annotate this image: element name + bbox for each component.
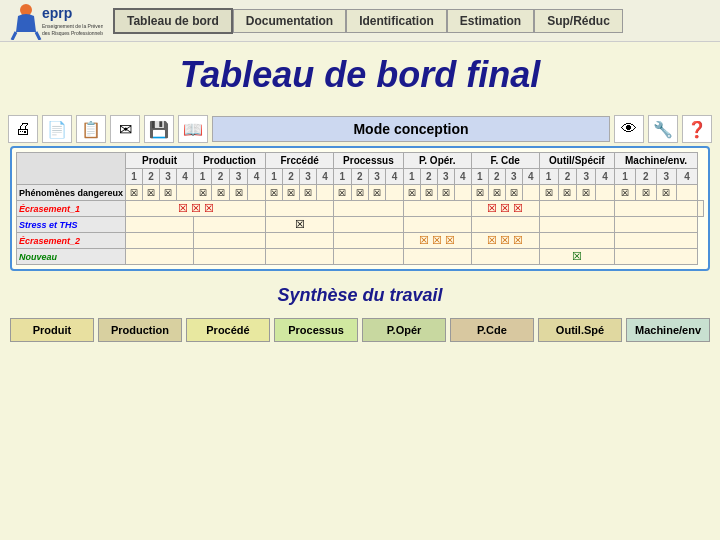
email-icon[interactable]: ✉ bbox=[110, 115, 140, 143]
data-cell[interactable]: ☒ bbox=[334, 185, 351, 201]
data-cell[interactable] bbox=[454, 185, 471, 201]
data-cell[interactable] bbox=[471, 249, 539, 265]
data-cell[interactable]: ☒ bbox=[615, 185, 636, 201]
data-cell[interactable]: ☒ bbox=[471, 185, 488, 201]
top-navigation: eprp Enseignement de la Prévention des R… bbox=[0, 0, 720, 42]
tab-identification[interactable]: Identification bbox=[346, 9, 447, 33]
data-cell[interactable]: ☒ ☒ ☒ bbox=[471, 233, 539, 249]
tab-tableau-de-bord[interactable]: Tableau de bord bbox=[113, 8, 233, 34]
data-cell[interactable] bbox=[334, 249, 404, 265]
data-cell[interactable] bbox=[126, 233, 194, 249]
tab-sup-reduc[interactable]: Sup/Réduc bbox=[534, 9, 623, 33]
data-cell[interactable]: ☒ bbox=[283, 185, 300, 201]
data-cell[interactable]: ☒ bbox=[403, 185, 420, 201]
data-cell[interactable]: ☒ bbox=[539, 249, 614, 265]
tab-documentation[interactable]: Documentation bbox=[233, 9, 346, 33]
data-cell[interactable] bbox=[177, 185, 194, 201]
synthese-label: Synthèse du travail bbox=[0, 285, 720, 306]
book-icon[interactable]: 📖 bbox=[178, 115, 208, 143]
sub-col: 3 bbox=[368, 169, 385, 185]
data-cell[interactable] bbox=[386, 185, 403, 201]
data-cell[interactable]: ☒ bbox=[539, 185, 558, 201]
data-cell[interactable] bbox=[471, 217, 539, 233]
clipboard-icon[interactable]: 📋 bbox=[76, 115, 106, 143]
data-cell[interactable]: ☒ bbox=[656, 185, 677, 201]
data-cell[interactable]: ☒ bbox=[437, 185, 454, 201]
row-label-stress: Stress et THS bbox=[17, 217, 126, 233]
data-cell[interactable]: ☒ bbox=[160, 185, 177, 201]
data-cell[interactable] bbox=[615, 233, 698, 249]
data-cell[interactable] bbox=[403, 217, 471, 233]
data-cell[interactable] bbox=[615, 249, 698, 265]
data-cell[interactable] bbox=[194, 249, 266, 265]
data-cell-span[interactable] bbox=[266, 201, 334, 217]
data-cell-span[interactable] bbox=[334, 201, 404, 217]
data-cell[interactable]: ☒ bbox=[194, 185, 212, 201]
data-cell[interactable] bbox=[539, 217, 614, 233]
data-cell[interactable] bbox=[615, 217, 698, 233]
data-cell-span[interactable] bbox=[615, 201, 698, 217]
data-cell-span[interactable] bbox=[539, 201, 614, 217]
data-cell[interactable]: ☒ bbox=[558, 185, 577, 201]
data-cell-span[interactable] bbox=[698, 201, 704, 217]
data-cell[interactable]: ☒ bbox=[420, 185, 437, 201]
sub-col: 4 bbox=[677, 169, 698, 185]
sub-col: 2 bbox=[420, 169, 437, 185]
data-cell-span[interactable] bbox=[403, 201, 471, 217]
data-cell[interactable]: ☒ bbox=[266, 185, 283, 201]
logo-area: eprp Enseignement de la Prévention des R… bbox=[8, 2, 103, 40]
eye-icon[interactable]: 👁 bbox=[614, 115, 644, 143]
data-cell[interactable]: ☒ bbox=[300, 185, 317, 201]
data-cell[interactable]: ☒ bbox=[505, 185, 522, 201]
data-cell-span[interactable]: ☒ ☒ ☒ bbox=[471, 201, 539, 217]
data-cell[interactable] bbox=[334, 217, 404, 233]
data-cell[interactable] bbox=[126, 249, 194, 265]
data-cell[interactable] bbox=[266, 249, 334, 265]
gear-icon[interactable]: 🔧 bbox=[648, 115, 678, 143]
data-cell[interactable] bbox=[596, 185, 615, 201]
table-row: Écrasement_1 ☒ ☒ ☒ ☒ ☒ ☒ bbox=[17, 201, 704, 217]
data-cell[interactable] bbox=[403, 249, 471, 265]
tab-estimation[interactable]: Estimation bbox=[447, 9, 534, 33]
data-cell[interactable]: ☒ bbox=[577, 185, 596, 201]
col-processus: Processus bbox=[334, 153, 404, 169]
help-icon[interactable]: ❓ bbox=[682, 115, 712, 143]
data-cell[interactable]: ☒ bbox=[126, 185, 143, 201]
tag-procede[interactable]: Procédé bbox=[186, 318, 270, 342]
data-cell-span[interactable]: ☒ ☒ ☒ bbox=[126, 201, 266, 217]
tag-production[interactable]: Production bbox=[98, 318, 182, 342]
sub-col: 1 bbox=[615, 169, 636, 185]
data-cell[interactable] bbox=[334, 233, 404, 249]
data-cell[interactable] bbox=[522, 185, 539, 201]
sub-col: 2 bbox=[558, 169, 577, 185]
data-cell[interactable]: ☒ bbox=[368, 185, 385, 201]
tag-poper[interactable]: P.Opér bbox=[362, 318, 446, 342]
sub-col: 3 bbox=[160, 169, 177, 185]
data-cell[interactable]: ☒ ☒ ☒ bbox=[403, 233, 471, 249]
tag-pcde[interactable]: P.Cde bbox=[450, 318, 534, 342]
tag-produit[interactable]: Produit bbox=[10, 318, 94, 342]
data-cell[interactable] bbox=[248, 185, 266, 201]
data-cell[interactable] bbox=[317, 185, 334, 201]
save-icon[interactable]: 💾 bbox=[144, 115, 174, 143]
tag-outil-spe[interactable]: Outil.Spé bbox=[538, 318, 622, 342]
data-cell[interactable]: ☒ bbox=[266, 217, 334, 233]
row-label-ecrasement1: Écrasement_1 bbox=[17, 201, 126, 217]
data-cell[interactable] bbox=[539, 233, 614, 249]
data-cell[interactable]: ☒ bbox=[230, 185, 248, 201]
new-doc-icon[interactable]: 📄 bbox=[42, 115, 72, 143]
print-icon[interactable]: 🖨 bbox=[8, 115, 38, 143]
data-cell[interactable] bbox=[194, 233, 266, 249]
data-cell[interactable] bbox=[194, 217, 266, 233]
tag-machine-env[interactable]: Machine/env bbox=[626, 318, 710, 342]
data-cell[interactable]: ☒ bbox=[143, 185, 160, 201]
data-cell[interactable]: ☒ bbox=[212, 185, 230, 201]
data-cell[interactable] bbox=[126, 217, 194, 233]
data-cell[interactable]: ☒ bbox=[635, 185, 656, 201]
data-cell[interactable] bbox=[266, 233, 334, 249]
data-cell[interactable] bbox=[677, 185, 698, 201]
data-cell[interactable]: ☒ bbox=[351, 185, 368, 201]
data-cell[interactable]: ☒ bbox=[488, 185, 505, 201]
table-row: Écrasement_2 ☒ ☒ ☒ ☒ ☒ ☒ bbox=[17, 233, 704, 249]
tag-processus[interactable]: Processus bbox=[274, 318, 358, 342]
